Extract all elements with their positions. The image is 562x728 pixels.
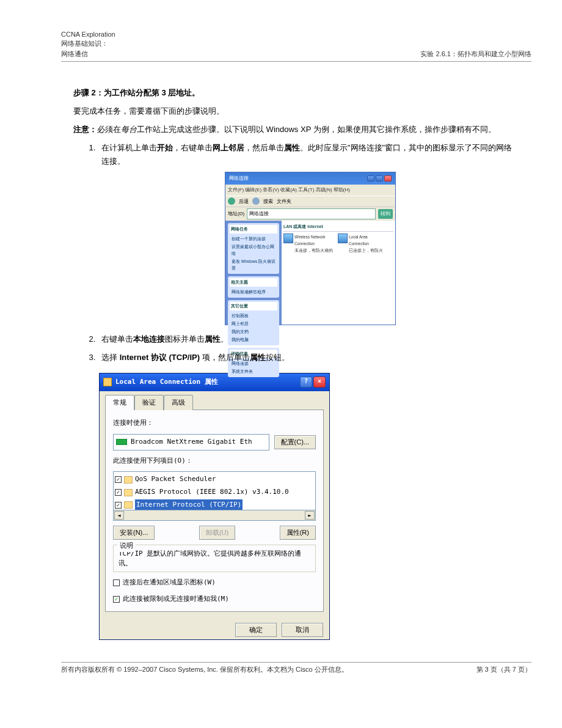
s1-section-header: LAN 或高速 Internet — [283, 222, 393, 232]
go-button[interactable]: 转到 — [378, 209, 393, 219]
checkbox-checked-icon[interactable]: ✓ — [113, 596, 120, 603]
sidebar-box-related: 相关主题 网络疑难解答程序 — [228, 276, 279, 298]
uninstall-button: 卸载(U) — [199, 526, 235, 540]
list-scrollbar: ◄ ► — [113, 510, 316, 521]
s1-titlebar: 网络连接 — [225, 172, 395, 185]
s2-title-text: Local Area Connection 属性 — [115, 377, 218, 388]
description-group: 说明 TCP/IP 是默认的广域网协议。它提供跨越多种互联网络的通讯。 — [113, 545, 316, 572]
back-label[interactable]: 后退 — [239, 197, 249, 206]
description-text: TCP/IP 是默认的广域网协议。它提供跨越多种互联网络的通讯。 — [119, 549, 310, 568]
folders-label[interactable]: 文件夹 — [277, 197, 291, 206]
s1-sidebar: 网络任务 创建一个新的连接 设置家庭或小型办公网络 更改 Windows 防火墙… — [225, 221, 282, 325]
step-note: 注意：必须在每台工作站上完成这些步骤。以下说明以 Windows XP 为例，如… — [73, 123, 519, 136]
step-list: 在计算机上单击开始，右键单击网上邻居，然后单击属性。此时应显示"网络连接"窗口，… — [98, 141, 519, 639]
addr-label: 地址(D) — [228, 210, 244, 218]
sidebar-box-other: 其它位置 控制面板 网上邻居 我的文档 我的电脑 — [228, 300, 279, 345]
wireless-connection-item[interactable]: Wireless Network Connection 未连接，有防火墙的 — [283, 233, 333, 254]
s1-addressbar: 地址(D) 网络连接 转到 — [225, 207, 395, 221]
adapter-name: Broadcom NetXtreme Gigabit Eth — [131, 436, 252, 448]
s1-main: LAN 或高速 Internet Wireless Network Connec… — [282, 221, 395, 325]
tab-general[interactable]: 常规 — [105, 395, 134, 411]
s2-tabs: 常规 验证 高级 — [105, 395, 324, 411]
close-icon[interactable] — [384, 175, 392, 182]
show-icon-checkbox-row[interactable]: 连接后在通知区域显示图标(W) — [113, 577, 316, 589]
checkbox-icon[interactable] — [113, 579, 120, 586]
lan-icon — [338, 233, 348, 243]
addr-field[interactable]: 网络连接 — [247, 208, 376, 219]
content: 步骤 2：为工作站分配第 3 层地址。 要完成本任务，需要遵循下面的步骤说明。 … — [73, 86, 519, 640]
footer-copyright: 所有内容版权所有 © 1992–2007 Cisco Systems, Inc.… — [61, 665, 348, 674]
back-icon[interactable] — [228, 197, 235, 205]
s2-panel: 连接时使用： Broadcom NetXtreme Gigabit Eth 配置… — [105, 410, 324, 611]
connection-icon — [103, 378, 112, 386]
notify-checkbox-row[interactable]: ✓ 此连接被限制或无连接时通知我(M) — [113, 594, 316, 605]
uses-label: 此连接使用下列项目(O)： — [113, 455, 316, 467]
properties-button[interactable]: 属性(R) — [280, 526, 316, 540]
header-lab: 实验 2.6.1：拓扑布局和建立小型网络 — [420, 50, 531, 59]
s1-menubar[interactable]: 文件(F) 编辑(E) 查看(V) 收藏(A) 工具(T) 高级(N) 帮助(H… — [225, 185, 395, 196]
close-button[interactable]: × — [313, 377, 326, 388]
scroll-left-icon[interactable]: ◄ — [114, 511, 124, 520]
configure-button[interactable]: 配置(C)... — [274, 435, 316, 449]
tab-advanced[interactable]: 高级 — [164, 395, 193, 411]
component-icon — [124, 476, 133, 483]
list-item-tcpip[interactable]: ✓Internet Protocol (TCP/IP) — [115, 499, 314, 511]
conn-label: 连接时使用： — [113, 417, 316, 429]
cancel-button[interactable]: 取消 — [282, 623, 323, 637]
step-title: 步骤 2：为工作站分配第 3 层地址。 — [73, 86, 519, 100]
install-button[interactable]: 安装(N)... — [113, 526, 155, 540]
maximize-icon[interactable] — [376, 175, 383, 182]
header-sub2: 网络通信 — [61, 50, 115, 59]
page-footer: 所有内容版权所有 © 1992–2007 Cisco Systems, Inc.… — [61, 662, 531, 674]
step-item-3: 选择 Internet 协议 (TCP/IP) 项，然后单击属性按钮。 Loca… — [98, 351, 519, 640]
step-item-1: 在计算机上单击开始，右键单击网上邻居，然后单击属性。此时应显示"网络连接"窗口，… — [98, 141, 519, 325]
components-list[interactable]: ✓QoS Packet Scheduler ✓AEGIS Protocol (I… — [113, 471, 316, 510]
adapter-field: Broadcom NetXtreme Gigabit Eth — [113, 434, 269, 450]
s2-titlebar: Local Area Connection 属性 ? × — [100, 373, 329, 391]
help-button[interactable]: ? — [300, 377, 312, 388]
screenshot-network-connections: 网络连接 文件(F) 编辑(E) 查看(V) 收藏(A) 工具(T) 高级(N)… — [225, 172, 396, 325]
ok-button[interactable]: 确定 — [235, 623, 277, 637]
tab-auth[interactable]: 验证 — [134, 395, 164, 411]
local-area-connection-item[interactable]: Local Area Connection 已连接上，有防火 — [338, 233, 383, 254]
scroll-right-icon[interactable]: ► — [305, 511, 315, 520]
component-icon — [124, 501, 133, 509]
minimize-icon[interactable] — [367, 175, 374, 182]
screenshot-lac-properties: Local Area Connection 属性 ? × 常规 验证 高级 — [99, 373, 330, 640]
s1-toolbar: 后退 搜索 文件夹 — [225, 196, 395, 208]
description-label: 说明 — [117, 540, 136, 552]
nic-icon — [116, 439, 127, 445]
wireless-icon — [283, 233, 293, 243]
list-item-aegis[interactable]: ✓AEGIS Protocol (IEEE 802.1x) v3.4.10.0 — [115, 486, 314, 499]
forward-icon[interactable] — [252, 197, 260, 205]
page-header: CCNA Exploration 网络基础知识： 网络通信 实验 2.6.1：拓… — [61, 31, 531, 62]
list-item-qos[interactable]: ✓QoS Packet Scheduler — [115, 473, 314, 486]
step-item-2: 右键单击本地连接图标并单击属性。 — [98, 333, 519, 346]
checkbox-icon[interactable]: ✓ — [115, 502, 122, 509]
checkbox-icon[interactable]: ✓ — [115, 489, 122, 496]
step-intro: 要完成本任务，需要遵循下面的步骤说明。 — [73, 105, 519, 118]
header-sub1: 网络基础知识： — [61, 39, 115, 48]
note-label: 注意： — [73, 125, 97, 134]
footer-page: 第 3 页（共 7 页） — [476, 665, 531, 674]
checkbox-icon[interactable]: ✓ — [115, 476, 122, 483]
search-label[interactable]: 搜索 — [263, 197, 273, 206]
component-icon — [124, 489, 133, 496]
s1-title-text: 网络连接 — [229, 174, 249, 183]
sidebar-box-tasks: 网络任务 创建一个新的连接 设置家庭或小型办公网络 更改 Windows 防火墙… — [228, 223, 279, 274]
header-title: CCNA Exploration — [61, 31, 115, 38]
